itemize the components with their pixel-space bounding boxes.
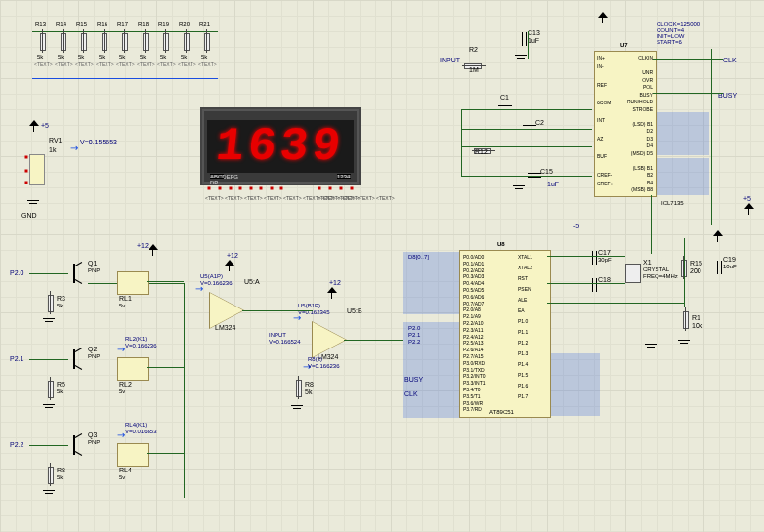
- bjt-Q2: [68, 349, 84, 369]
- crystal-x1: [625, 264, 641, 283]
- mcu-lpin-4: P0.4/AD4: [463, 280, 484, 286]
- mcu-p21: P2.1: [408, 332, 420, 338]
- mcu-lpin-15: P2.7/A15: [463, 353, 484, 359]
- seven-segment-display: 1639 ABCDEFG DP 1234: [200, 107, 361, 185]
- opamp-u5b: [313, 322, 346, 357]
- mcu-lpin-5: P0.5/AD5: [463, 287, 484, 293]
- r8-val: 5k: [305, 389, 312, 395]
- gnd-c15: [513, 185, 525, 195]
- x1-name: X1: [643, 259, 652, 266]
- Q1-type: PNP: [88, 267, 100, 273]
- vcc-5v-adc: [744, 205, 754, 215]
- res-R15: [78, 29, 88, 53]
- vcc-5v-1: +5: [41, 122, 49, 129]
- mcu-rpin-5: EA: [518, 307, 525, 313]
- res-R13: [37, 29, 47, 53]
- R5-v: 5k: [57, 389, 63, 394]
- mcu-p22: P2.2: [408, 339, 420, 345]
- c1-name: C1: [500, 94, 509, 101]
- adc-rpin-6: RUN/HOLD: [621, 99, 653, 104]
- Q2-name: Q2: [88, 346, 97, 352]
- vcc-12v: [149, 246, 158, 256]
- r1: [680, 307, 690, 331]
- R8-n: R8: [57, 467, 65, 473]
- mcu-bus-lbl: D8[0..7]: [408, 254, 429, 260]
- RL2-n: RL2: [119, 381, 132, 388]
- r8-name: R8: [305, 381, 314, 388]
- rv1-name: RV1: [49, 137, 63, 143]
- probe-RL2-v: V=0.166236: [125, 343, 157, 348]
- mcu-lpin-13: P2.5/A13: [463, 340, 484, 346]
- mcu-lpin-18: P3.2/INT0: [463, 373, 486, 379]
- bjt-Q1: [68, 264, 84, 283]
- vcc-5v-adc-l: +5: [743, 195, 751, 202]
- rv1-probe: ↗: [67, 142, 80, 154]
- u5b-p-n: U5(B1P): [298, 303, 320, 308]
- c19: [714, 261, 722, 274]
- u5b-input-n: INPUT: [269, 332, 286, 338]
- res-R20-t: <TEXT>: [178, 61, 196, 67]
- c17: [589, 251, 597, 265]
- res-R19-t: <TEXT>: [157, 61, 176, 67]
- r2-name: R2: [469, 46, 478, 53]
- r12-name: R12: [475, 148, 488, 155]
- adc-rpin-2: UNR: [621, 69, 653, 75]
- mcu-rpin-6: P1.0: [518, 318, 528, 324]
- adc-lpin-1: IN-: [597, 63, 604, 69]
- bjt-Q3: [68, 435, 84, 455]
- Q3-name: Q3: [88, 431, 97, 438]
- res-R21: [201, 29, 211, 53]
- display-legend-left: ABCDEFG DP: [210, 174, 224, 182]
- vcc-12v-lbl: +12: [137, 242, 149, 249]
- gnd-Q1: [43, 318, 55, 328]
- u5b-input-v: V=0.166524: [269, 339, 301, 345]
- c13: [519, 32, 527, 46]
- adc-lpin-0: IN+: [597, 55, 605, 61]
- r2-val: 1M: [469, 66, 479, 73]
- res-R17-val: 5k: [119, 54, 125, 60]
- mcu-lpin-16: P3.0/RXD: [463, 360, 485, 366]
- c17-v: 30pF: [598, 257, 612, 263]
- Q3-type: PNP: [88, 439, 100, 445]
- gnd-label: GND: [21, 212, 37, 219]
- adc-ref: U7: [620, 42, 628, 48]
- relay-RL4: [117, 443, 149, 467]
- adc-lpin-7: INT: [597, 117, 605, 123]
- adc-rpin-18: (MSB) B8: [621, 186, 653, 192]
- adc-part: ICL7135: [661, 200, 684, 206]
- res-R16-t: <TEXT>: [96, 61, 114, 67]
- c13-name: C13: [528, 29, 540, 36]
- res-R20: [181, 29, 191, 53]
- res-R13-t: <TEXT>: [34, 61, 53, 67]
- gnd-rv1: [27, 200, 39, 210]
- mcu-rpin-11: P1.5: [518, 372, 528, 378]
- res-R17-name: R17: [117, 21, 128, 27]
- RL1-n: RL1: [119, 295, 132, 302]
- mcu-lpin-20: P3.4/T0: [463, 387, 481, 392]
- res-R21-t: <TEXT>: [198, 61, 217, 67]
- relay-RL1: [117, 271, 149, 295]
- port-P2.0: P2.0: [10, 269, 23, 276]
- c13-val: 1uF: [528, 37, 539, 44]
- c18: [589, 278, 597, 292]
- mcu-rpin-9: P1.3: [518, 350, 528, 356]
- u5b-name: U5:B: [347, 307, 362, 314]
- c19-name: C19: [723, 256, 736, 263]
- res-R20-name: R20: [179, 21, 190, 27]
- plus12-b: +12: [329, 279, 341, 286]
- mcu-lpin-10: P2.2/A10: [463, 320, 484, 326]
- res-R18-t: <TEXT>: [137, 61, 155, 67]
- mcu-rpin-10: P1.4: [518, 361, 528, 367]
- c15-name: C15: [540, 168, 553, 175]
- probe-RL4-v: V=0.016653: [125, 429, 157, 434]
- u5a-name: U5:A: [244, 278, 260, 285]
- rv1-val: 1k: [49, 146, 56, 153]
- res-R3: [45, 291, 55, 314]
- adc-settings: CLOCK=125000 COUNT=4 INIT=LOW START=6: [657, 21, 700, 45]
- r15b-val: 200: [690, 267, 701, 274]
- gnd-Q3: [43, 490, 55, 500]
- r15b-name: R15: [690, 260, 702, 266]
- mcu-rpin-8: P1.2: [518, 340, 528, 346]
- res-R19-val: 5k: [160, 54, 166, 60]
- mcu-lpin-12: P2.4/A12: [463, 334, 484, 340]
